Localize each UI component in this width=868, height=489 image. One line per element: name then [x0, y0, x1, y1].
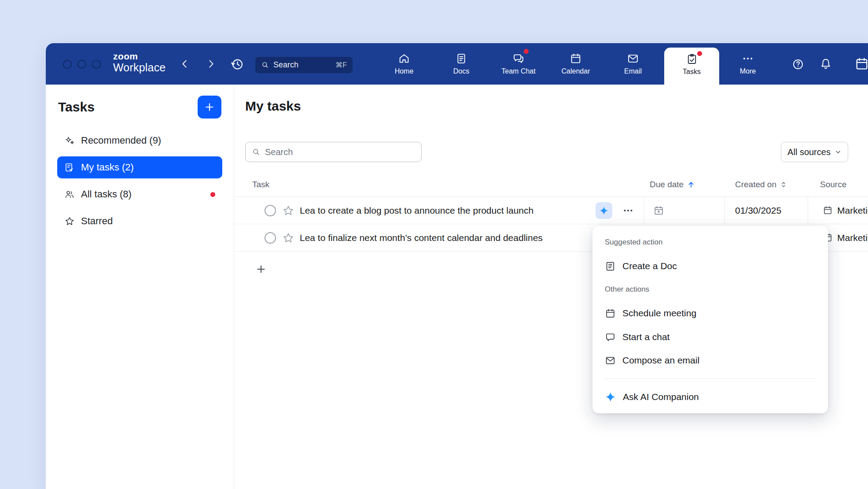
- sidebar-item-label: My tasks (2): [81, 162, 134, 173]
- notifications-button[interactable]: [819, 57, 832, 70]
- calendar-shortcut-button[interactable]: [854, 56, 868, 71]
- plus-icon: [204, 101, 215, 113]
- logo-zoom-text: zoom: [113, 52, 166, 61]
- calendar-icon: [854, 56, 868, 71]
- nav-item-more[interactable]: More: [719, 43, 776, 85]
- chevron-right-icon: [205, 58, 217, 70]
- sort-ascending-arrow-icon[interactable]: [687, 180, 695, 189]
- task-search-field[interactable]: [245, 142, 422, 162]
- ai-sparkle-icon: [599, 206, 609, 215]
- my-tasks-icon: [64, 162, 75, 173]
- source-cell: Marketing: [823, 233, 868, 243]
- menu-item-schedule-meeting[interactable]: Schedule meeting: [605, 304, 819, 323]
- sidebar-title: Tasks: [58, 100, 95, 115]
- table-header: Task Due date Created on Source: [235, 173, 868, 197]
- task-search-input[interactable]: [265, 147, 415, 157]
- column-due-date[interactable]: Due date: [650, 180, 695, 189]
- page-title: My tasks: [245, 99, 301, 114]
- nav-item-tasks-active[interactable]: Tasks: [664, 48, 719, 85]
- ai-sparkle-icon: [605, 391, 616, 403]
- sidebar-list: Recommended (9) My tasks (2): [57, 130, 222, 232]
- chevron-left-icon: [179, 58, 191, 70]
- nav-item-home[interactable]: Home: [375, 43, 433, 85]
- people-icon: [64, 189, 75, 200]
- menu-item-label: Ask AI Companion: [623, 392, 699, 402]
- window-control-dot[interactable]: [77, 60, 86, 69]
- row-more-button[interactable]: [620, 203, 636, 219]
- calendar-icon: [605, 308, 616, 319]
- nav-label: Calendar: [562, 67, 590, 75]
- chat-icon: [605, 332, 616, 343]
- sidebar-item-all-tasks[interactable]: All tasks (8): [57, 183, 222, 205]
- forward-button[interactable]: [205, 58, 217, 70]
- tasks-icon: [686, 53, 698, 65]
- global-search-placeholder: Search: [273, 60, 298, 70]
- star-icon[interactable]: [282, 204, 294, 217]
- source-filter-dropdown[interactable]: All sources: [781, 142, 848, 162]
- star-icon[interactable]: [282, 232, 294, 244]
- back-button[interactable]: [179, 58, 191, 70]
- sort-chevrons-icon[interactable]: [780, 181, 787, 189]
- column-label: Source: [820, 180, 846, 189]
- menu-item-ask-ai-companion[interactable]: Ask AI Companion: [605, 387, 819, 407]
- sidebar-item-my-tasks[interactable]: My tasks (2): [57, 156, 222, 178]
- sidebar-item-recommended[interactable]: Recommended (9): [57, 130, 222, 152]
- menu-section-heading: Other actions: [605, 285, 649, 294]
- add-task-button[interactable]: [198, 96, 221, 119]
- nav-item-docs[interactable]: Docs: [433, 43, 490, 85]
- doc-icon: [605, 261, 616, 272]
- source-filter-value: All sources: [787, 147, 831, 157]
- created-on-value: 01/30/2025: [735, 205, 781, 216]
- history-button[interactable]: [230, 57, 244, 71]
- help-question-icon: [792, 58, 804, 70]
- ai-companion-button[interactable]: [596, 202, 612, 219]
- history-clock-icon: [230, 57, 244, 71]
- star-icon: [64, 216, 75, 226]
- global-search[interactable]: Search ⌘F: [255, 57, 353, 73]
- nav-label: Tasks: [683, 68, 701, 76]
- add-task-inline-button[interactable]: [255, 263, 267, 275]
- tasks-sidebar: Tasks Recommended (9): [46, 85, 234, 489]
- menu-section-heading: Suggested action: [605, 238, 662, 247]
- column-created-on[interactable]: Created on: [735, 180, 787, 189]
- nav-item-email[interactable]: Email: [604, 43, 662, 85]
- sidebar-item-label: Recommended (9): [81, 135, 161, 146]
- notification-badge: [697, 51, 702, 56]
- help-button[interactable]: [792, 58, 804, 70]
- email-icon: [605, 355, 616, 366]
- task-row[interactable]: Lea to create a blog post to announce th…: [235, 197, 868, 224]
- source-label: Marketing: [837, 205, 868, 216]
- docs-icon: [455, 52, 467, 65]
- nav-item-team-chat[interactable]: Team Chat: [490, 43, 547, 85]
- notification-badge: [210, 192, 215, 197]
- window-control-dot[interactable]: [63, 60, 72, 69]
- nav-label: Home: [395, 67, 414, 75]
- task-title: Lea to create a blog post to announce th…: [300, 205, 533, 216]
- more-ellipsis-icon: [742, 52, 754, 65]
- nav-label: Docs: [453, 67, 469, 75]
- task-complete-radio[interactable]: [265, 205, 276, 216]
- source-calendar-icon: [823, 205, 833, 215]
- calendar-icon: [570, 52, 582, 65]
- column-label: Created on: [735, 180, 776, 189]
- column-task: Task: [252, 180, 269, 189]
- zoom-workplace-logo: zoom Workplace: [113, 52, 166, 74]
- menu-item-create-doc[interactable]: Create a Doc: [605, 256, 819, 276]
- column-source: Source: [820, 180, 846, 189]
- sidebar-item-starred[interactable]: Starred: [57, 210, 222, 232]
- menu-item-label: Create a Doc: [622, 261, 677, 271]
- window-controls: [63, 60, 101, 69]
- due-date-calendar-icon[interactable]: [653, 205, 664, 216]
- task-actions-menu: Suggested action Create a Doc Other acti…: [592, 226, 828, 413]
- window-control-dot[interactable]: [92, 60, 101, 69]
- sparkles-icon: [64, 135, 75, 146]
- notification-badge: [524, 49, 529, 54]
- search-shortcut: ⌘F: [335, 61, 347, 69]
- home-icon: [398, 52, 410, 65]
- menu-item-label: Start a chat: [622, 332, 669, 342]
- task-complete-radio[interactable]: [265, 232, 276, 244]
- menu-item-start-chat[interactable]: Start a chat: [605, 327, 819, 347]
- menu-item-compose-email[interactable]: Compose an email: [605, 351, 819, 370]
- nav-item-calendar[interactable]: Calendar: [547, 43, 604, 85]
- email-icon: [627, 52, 639, 65]
